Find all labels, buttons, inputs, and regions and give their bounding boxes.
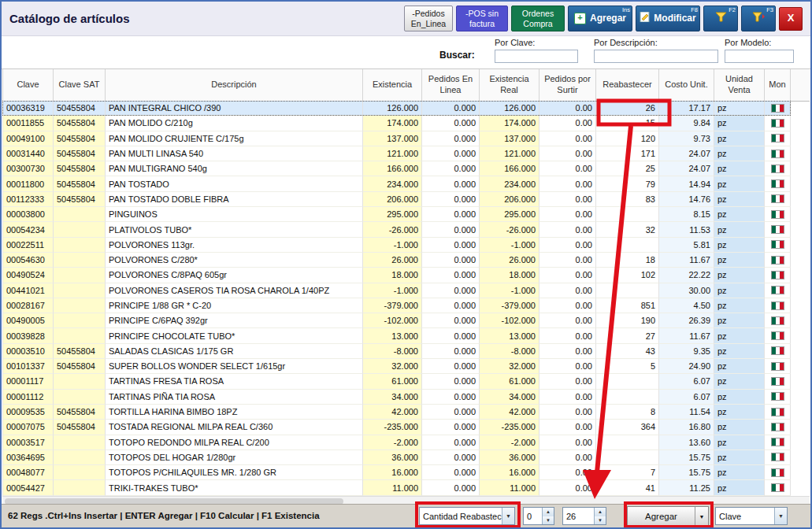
cell: 0.000 <box>422 222 480 237</box>
cell: 61.000 <box>363 374 422 389</box>
catalog-window: Catálogo de artículos -Pedidos En_Linea … <box>0 0 812 529</box>
spinner-down-icon[interactable]: ▼ <box>595 516 606 525</box>
cell: 0.000 <box>422 465 480 480</box>
column-header[interactable]: Clave SAT <box>54 69 106 101</box>
table-row[interactable]: 00028167PRINCIPE 1/88 GR * C-20-379.0000… <box>2 298 791 313</box>
table-row[interactable]: 00054630POLVORONES C/280*26.0000.00026.0… <box>2 253 791 268</box>
cell: 8 <box>596 405 659 420</box>
table-row[interactable]: 00001112TARTINAS PIÑA TIA ROSA34.0000.00… <box>2 390 791 405</box>
table-row[interactable]: 00364695TOTOPOS DEL HOGAR 1/280gr36.0000… <box>2 450 791 465</box>
column-header[interactable]: Reabastecer <box>596 69 659 101</box>
table-row[interactable]: 00003517TOTOPO REDONDO MILPA REAL C/200-… <box>2 435 791 450</box>
cell: 137.000 <box>363 131 422 146</box>
filter-shortcut: F2 <box>729 7 736 14</box>
search-group-modelo: Por Modelo: <box>725 38 794 63</box>
column-header[interactable]: Existencia Real <box>480 69 539 101</box>
modificar-button[interactable]: Modificar F8 <box>636 6 700 31</box>
por-clave-input[interactable] <box>495 50 578 63</box>
column-header[interactable]: Descripción <box>106 69 363 101</box>
chevron-down-icon[interactable]: ▼ <box>502 508 514 524</box>
cell: 00011800 <box>3 176 54 191</box>
table-row[interactable]: 00490524POLVORONES C/8PAQ 605gr18.0000.0… <box>2 268 791 283</box>
column-header[interactable]: Costo Unit. <box>659 69 714 101</box>
cell: 0.00 <box>539 344 596 359</box>
cell: 50455804 <box>54 176 106 191</box>
column-header[interactable]: Unidad Venta <box>714 69 765 101</box>
close-button[interactable]: X <box>779 7 803 31</box>
spinner-up-icon[interactable]: ▲ <box>595 508 606 516</box>
table-row[interactable]: 0000707550455804TOSTADA REGIONAL MILPA R… <box>2 420 791 435</box>
quantity-spinner[interactable]: 26 ▲▼ <box>562 507 606 525</box>
column-header[interactable]: Mon <box>765 69 791 101</box>
cell: 126.000 <box>363 101 422 116</box>
table-row[interactable]: 00054234PLATIVOLOS TUBO*-26.0000.000-26.… <box>2 222 791 237</box>
por-modelo-input[interactable] <box>725 50 794 63</box>
cantidad-reabastecer-combo[interactable]: Cantidad Reabastecer ▼ <box>419 507 515 525</box>
spinner-buttons[interactable]: ▲▼ <box>594 508 606 524</box>
column-header[interactable]: Existencia <box>363 69 422 101</box>
chevron-down-icon[interactable]: ▼ <box>695 507 708 526</box>
cell <box>596 283 659 298</box>
table-row[interactable]: 00003800PINGUINOS295.0000.000295.0000.00… <box>2 207 791 222</box>
por-descripcion-label: Por Descripción: <box>594 38 718 47</box>
cell: -235.000 <box>480 420 539 435</box>
table-row[interactable]: 00441021POLVORONES CASEROS TIA ROSA CHAR… <box>2 283 791 298</box>
cell: 00101337 <box>3 359 54 374</box>
table-row[interactable]: 0000351050455804SALADAS CLASICAS 1/175 G… <box>2 344 791 359</box>
ordenes-compra-button[interactable]: Ordenes Compra <box>511 6 565 31</box>
titlebar: Catálogo de artículos -Pedidos En_Linea … <box>2 2 810 36</box>
cell: 0.000 <box>422 328 480 343</box>
status-bar: 62 Regs .Ctrl+Ins Insertar | ENTER Agreg… <box>2 504 810 527</box>
min-quantity-spinner[interactable]: 0 ▲▼ <box>523 507 554 525</box>
spinner-buttons[interactable]: ▲▼ <box>542 508 554 524</box>
record-count: 62 Regs <box>8 511 43 520</box>
table-row[interactable]: 0011233350455804PAN TOSTADO DOBLE FIBRA2… <box>2 192 791 207</box>
table-row[interactable]: 0001180050455804PAN TOSTADO234.0000.0002… <box>2 176 791 191</box>
agregar-bottom-button[interactable]: Agregar ▼ <box>627 506 709 527</box>
table-row[interactable]: 0001185550455804PAN MOLIDO C/210g174.000… <box>2 116 791 131</box>
column-header[interactable]: Pedidos En Linea <box>422 69 480 101</box>
add-icon <box>574 13 586 24</box>
column-header[interactable]: Clave <box>3 69 54 101</box>
table-row[interactable]: 0000953550455804TORTILLA HARINA BIMBO 18… <box>2 405 791 420</box>
cell: pz <box>714 405 765 420</box>
table-row[interactable]: 0003144050455804PAN MULTI LINASA 540121.… <box>2 146 791 161</box>
pos-sin-factura-button[interactable]: -POS sin factura <box>456 6 508 31</box>
filter-clear-button[interactable]: F3 <box>741 6 776 31</box>
por-descripcion-input[interactable] <box>594 50 718 63</box>
table-row[interactable]: 00022511POLVORONES 113gr.-1.0000.000-1.0… <box>2 238 791 253</box>
cell: 0.000 <box>422 192 480 207</box>
table-row[interactable]: 00490005PRINCIPE C/6PAQ 392gr-102.0000.0… <box>2 313 791 328</box>
table-row[interactable]: 0030073050455804PAN MULTIGRANO 540g166.0… <box>2 161 791 176</box>
cell: -379.000 <box>363 298 422 313</box>
cell: pz <box>714 420 765 435</box>
pedidos-en-linea-button[interactable]: -Pedidos En_Linea <box>404 6 453 31</box>
chevron-down-icon[interactable]: ▼ <box>774 508 787 524</box>
cell <box>54 465 106 480</box>
cell: POLVORONES 113gr. <box>106 238 363 253</box>
table-row[interactable]: 0003631950455804PAN INTEGRAL CHICO /3901… <box>2 101 791 116</box>
table-row[interactable]: 00048077TOTOPOS P/CHILAQUILES MR. 1/280 … <box>2 465 791 480</box>
cell: 14.94 <box>659 176 714 191</box>
cell: pz <box>714 283 765 298</box>
cell <box>596 207 659 222</box>
cell: 0.00 <box>539 298 596 313</box>
column-header[interactable]: Pedidos por Surtir <box>539 69 596 101</box>
cell: SALADAS CLASICAS 1/175 GR <box>106 344 363 359</box>
cell: TARTINAS FRESA TIA ROSA <box>106 374 363 389</box>
table-row[interactable]: 00039828PRINCIPE CHOCOLATE TUBO*13.0000.… <box>2 328 791 343</box>
spinner-down-icon[interactable]: ▼ <box>543 516 554 525</box>
table-row[interactable]: 0004910050455804PAN MOLIDO CRUJIENTE C/1… <box>2 131 791 146</box>
cell <box>596 435 659 450</box>
table-row[interactable]: 0010133750455804SUPER BOLLOS WONDER SELE… <box>2 359 791 374</box>
cell: 00300730 <box>3 161 54 176</box>
spinner-up-icon[interactable]: ▲ <box>543 508 554 516</box>
clave-combo[interactable]: Clave ▼ <box>715 507 788 525</box>
mexico-flag-icon <box>765 359 791 374</box>
agregar-button[interactable]: Agregar Ins <box>568 6 632 31</box>
filter-button[interactable]: F2 <box>703 6 738 31</box>
cell: pz <box>714 192 765 207</box>
table-row[interactable]: 00054427TRIKI-TRAKES TUBO*11.0000.00011.… <box>2 480 791 495</box>
cell: 22.22 <box>659 268 714 283</box>
table-row[interactable]: 00001117TARTINAS FRESA TIA ROSA61.0000.0… <box>2 374 791 389</box>
